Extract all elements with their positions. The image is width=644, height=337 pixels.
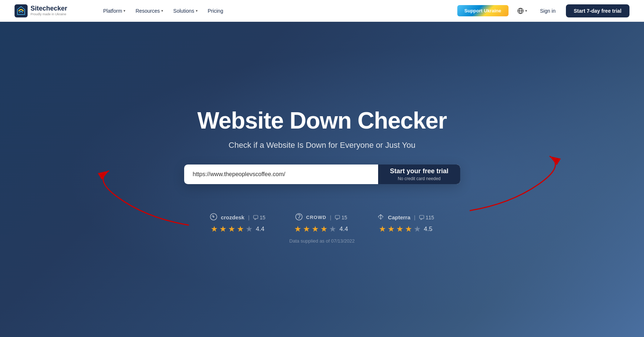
nav-pricing-label: Pricing [208,8,223,14]
nav-links: Platform ▾ Resources ▾ Solutions ▾ Prici… [99,5,446,17]
hero-content: Website Down Checker Check if a Website … [159,108,486,184]
crowd-stars: ★ ★ ★ ★ ★ 4.4 [294,224,348,234]
svg-rect-11 [335,215,340,219]
capterra-score: 4.5 [424,226,433,233]
sitechecker-logo-icon [15,4,28,17]
nav-item-platform[interactable]: Platform ▾ [99,5,130,17]
hero-section: Website Down Checker Check if a Website … [0,22,644,337]
start-trial-button[interactable]: Start 7-day free trial [566,4,630,17]
sign-in-button[interactable]: Sign in [536,5,560,17]
svg-point-10 [298,218,299,219]
data-source-label: Data supplied as of 07/13/2022 [289,238,355,244]
svg-rect-12 [420,215,424,219]
globe-chevron: ▾ [525,9,527,13]
nav-solutions-chevron: ▾ [196,9,198,13]
nav-right: Support Ukraine ▾ Sign in Start 7-day fr… [457,4,629,17]
right-arrow [470,145,586,218]
nav-resources-label: Resources [135,8,160,14]
hero-title: Website Down Checker [159,108,486,133]
capterra-label: Capterra [388,214,410,220]
crowd-label: CROWD [306,215,327,220]
hero-subtitle: Check if a Website Is Down for Everyone … [159,141,486,150]
crozdesk-stars: ★ ★ ★ ★ ★ 4.4 [211,224,264,234]
nav-item-pricing[interactable]: Pricing [203,5,228,17]
cta-sub-text: No credit card needed [398,176,441,181]
crowd-count: 15 [341,215,347,220]
capterra-count: 115 [426,215,434,220]
svg-point-7 [213,216,214,218]
navbar: Sitechecker Proudly made in Ukraine Plat… [0,0,644,22]
nav-solutions-label: Solutions [173,8,194,14]
capterra-review-icon: 115 [419,215,434,220]
rating-crowd: CROWD | 15 ★ ★ ★ ★ ★ 4.4 [294,213,348,234]
capterra-icon [377,213,384,222]
start-trial-cta-button[interactable]: Start your free trial No credit card nee… [378,165,460,184]
nav-item-resources[interactable]: Resources ▾ [131,5,167,17]
crowd-review-icon: 15 [335,215,347,220]
crozdesk-count: 15 [260,215,266,220]
support-ukraine-button[interactable]: Support Ukraine [457,5,509,16]
rating-capterra: Capterra | 115 ★ ★ ★ ★ ★ 4.5 [377,213,434,234]
url-input[interactable] [184,165,378,184]
logo[interactable]: Sitechecker Proudly made in Ukraine [15,4,87,17]
logo-name-text: Sitechecker [31,5,67,12]
search-box: Start your free trial No credit card nee… [184,165,460,184]
capterra-stars: ★ ★ ★ ★ ★ 4.5 [379,224,433,234]
logo-tagline-text: Proudly made in Ukraine [31,12,67,16]
crozdesk-review-icon: 15 [253,215,266,220]
crozdesk-label: crozdesk [221,214,244,220]
crozdesk-score: 4.4 [256,226,264,233]
ratings-section: crozdesk | 15 ★ ★ ★ ★ ★ 4.4 [210,213,434,234]
nav-item-solutions[interactable]: Solutions ▾ [169,5,202,17]
language-button[interactable]: ▾ [514,5,530,16]
cta-main-text: Start your free trial [390,167,448,175]
nav-platform-label: Platform [103,8,122,14]
nav-resources-chevron: ▾ [161,9,163,13]
svg-rect-8 [254,215,258,219]
crozdesk-icon [210,213,217,222]
globe-icon [517,8,524,14]
rating-crozdesk: crozdesk | 15 ★ ★ ★ ★ ★ 4.4 [210,213,266,234]
crowd-icon [295,213,303,222]
nav-platform-chevron: ▾ [123,9,125,13]
crowd-score: 4.4 [339,226,348,233]
